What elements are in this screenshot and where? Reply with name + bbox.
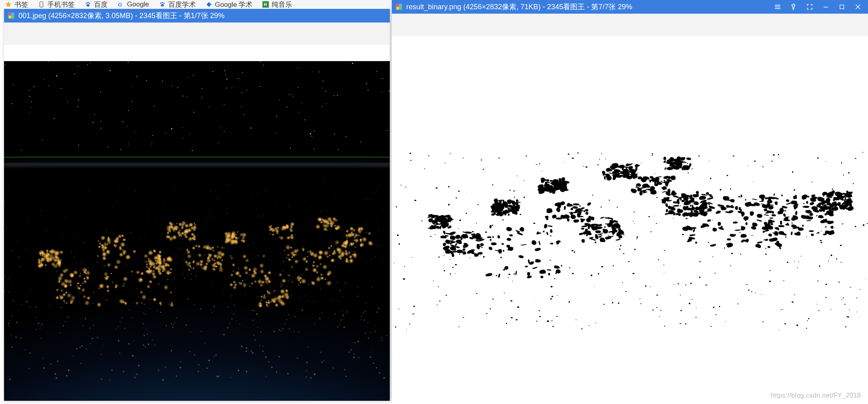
binary-threshold-image: [392, 40, 868, 404]
svg-point-8: [162, 2, 163, 3]
svg-point-10: [161, 4, 164, 6]
svg-rect-19: [396, 4, 399, 7]
svg-point-1: [41, 6, 41, 6]
fullscreen-icon[interactable]: [805, 2, 814, 11]
window-title: 001.jpeg (4256×2832像素, 3.05MB) - 2345看图王…: [18, 11, 387, 21]
bookmark-item[interactable]: 百度: [80, 0, 113, 9]
maximize-icon[interactable]: [837, 2, 846, 11]
svg-rect-17: [11, 16, 14, 18]
bookmark-label: Google: [127, 0, 149, 8]
image-viewer-window-right: result_binary.png (4256×2832像素, 71KB) - …: [392, 0, 868, 404]
pin-icon[interactable]: [789, 2, 798, 11]
bookmark-item[interactable]: 书签: [0, 0, 33, 9]
svg-point-4: [89, 2, 90, 4]
google-icon: G: [117, 1, 125, 8]
square-h-icon: H: [262, 1, 269, 8]
watermark-text: https://blog.csdn.net/FY_2018: [771, 392, 861, 399]
svg-rect-15: [11, 13, 14, 16]
titlebar-controls: [773, 2, 865, 11]
bookmark-label: 书签: [14, 0, 28, 9]
window-title: result_binary.png (4256×2832像素, 71KB) - …: [406, 2, 770, 12]
svg-rect-20: [399, 4, 402, 7]
image-canvas-right[interactable]: [392, 36, 868, 404]
close-icon[interactable]: [854, 2, 862, 11]
image-canvas-left[interactable]: [4, 45, 390, 401]
viewer-toolbar: [392, 14, 868, 36]
image-viewer-window-left: 001.jpeg (4256×2832像素, 3.05MB) - 2345看图王…: [4, 9, 390, 401]
bookmark-item[interactable]: G Google: [113, 0, 154, 9]
svg-point-9: [163, 2, 164, 4]
paw-icon: [159, 1, 166, 8]
earth-at-night-image: [4, 61, 390, 401]
bookmark-item[interactable]: 手机书签: [33, 0, 80, 9]
titlebar[interactable]: 001.jpeg (4256×2832像素, 3.05MB) - 2345看图王…: [4, 9, 390, 23]
svg-rect-14: [8, 13, 11, 16]
svg-text:G: G: [118, 2, 123, 8]
minimize-icon[interactable]: [821, 2, 830, 11]
svg-text:H: H: [264, 2, 267, 7]
app-icon: [395, 3, 403, 11]
bookmark-label: Google 学术: [215, 0, 253, 9]
titlebar[interactable]: result_binary.png (4256×2832像素, 71KB) - …: [392, 0, 868, 14]
bookmark-item[interactable]: Google 学术: [201, 0, 258, 9]
viewer-toolbar: [4, 23, 390, 45]
svg-point-7: [160, 2, 161, 4]
svg-rect-16: [8, 16, 11, 18]
svg-point-2: [86, 2, 87, 4]
star-icon: [5, 1, 12, 8]
phone-icon: [38, 1, 45, 8]
bookmark-label: 百度学术: [168, 0, 196, 9]
svg-point-5: [86, 4, 90, 6]
svg-point-3: [87, 2, 88, 3]
svg-rect-22: [399, 7, 402, 10]
svg-rect-21: [396, 7, 399, 10]
diamond-icon: [205, 1, 213, 8]
bookmark-label: 纯音乐: [272, 0, 292, 9]
bookmark-label: 百度: [94, 0, 108, 9]
bookmark-item[interactable]: 百度学术: [154, 0, 201, 9]
app-icon: [7, 12, 15, 20]
bookmark-item[interactable]: H 纯音乐: [257, 0, 297, 9]
svg-rect-23: [840, 5, 843, 8]
paw-icon: [84, 1, 92, 8]
bookmark-label: 手机书签: [47, 0, 75, 9]
menu-icon[interactable]: [773, 2, 782, 11]
